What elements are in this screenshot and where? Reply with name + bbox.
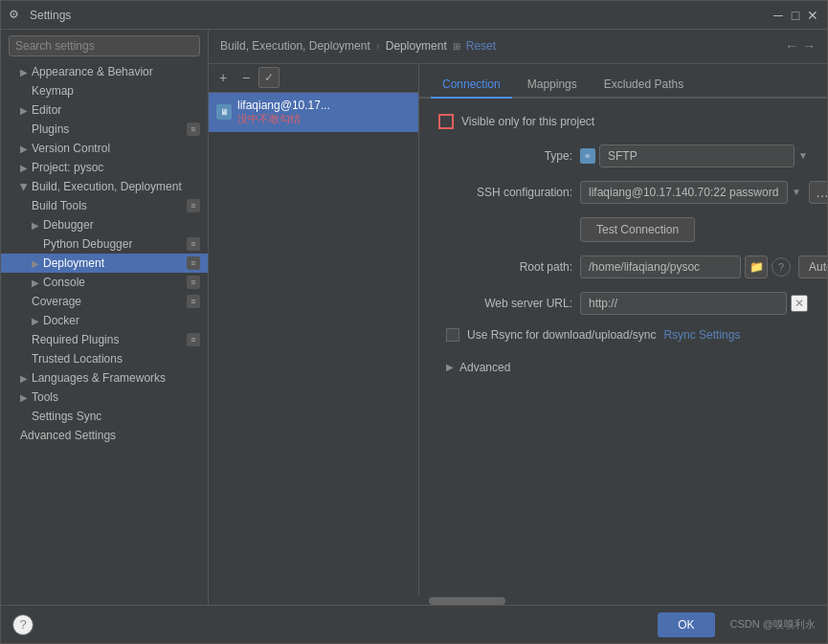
expand-arrow: ▶ — [20, 105, 28, 116]
window-controls: ─ □ ✕ — [772, 9, 819, 22]
sidebar-item-appearance[interactable]: ▶ Appearance & Behavior — [1, 62, 208, 81]
expand-arrow: ▶ — [19, 183, 30, 190]
expand-arrow: ▶ — [20, 67, 28, 78]
rsync-row: Use Rsync for download/upload/sync Rsync… — [438, 328, 808, 342]
rsync-settings-link[interactable]: Rsync Settings — [663, 328, 740, 342]
ssh-select[interactable]: lifaqiang@10.17.140.70:22 password — [580, 181, 788, 204]
sidebar-item-settings-sync[interactable]: Settings Sync — [1, 407, 208, 426]
close-button[interactable]: ✕ — [806, 9, 819, 22]
check-button[interactable]: ✓ — [258, 67, 280, 88]
root-path-row: Root path: 📁 ? Autodetect — [438, 255, 808, 278]
sidebar-item-docker[interactable]: ▶ Docker — [1, 311, 208, 330]
app-icon: ⚙ — [9, 8, 24, 23]
web-url-input[interactable] — [580, 292, 787, 315]
sidebar-item-label: Version Control — [32, 142, 110, 155]
sidebar-item-plugins[interactable]: Plugins ≡ — [1, 120, 208, 139]
sidebar-item-debugger[interactable]: ▶ Debugger — [1, 215, 208, 234]
expand-arrow: ▶ — [32, 316, 39, 326]
sidebar-item-label: Appearance & Behavior — [32, 65, 153, 78]
sidebar-item-label: Deployment — [43, 256, 104, 270]
sidebar-item-deployment[interactable]: ▶ Deployment ≡ — [1, 254, 208, 273]
sidebar-item-required-plugins[interactable]: Required Plugins ≡ — [1, 330, 208, 349]
ok-button[interactable]: OK — [658, 612, 714, 637]
settings-icon: ⊞ — [453, 41, 460, 52]
rsync-checkbox[interactable] — [446, 328, 459, 342]
back-button[interactable]: ← — [785, 38, 798, 54]
advanced-row[interactable]: ▶ Advanced — [438, 355, 808, 380]
tab-connection[interactable]: Connection — [431, 72, 512, 99]
sidebar-item-build-tools[interactable]: Build Tools ≡ — [1, 196, 208, 215]
sidebar-item-label: Plugins — [32, 122, 69, 136]
forward-button[interactable]: → — [802, 38, 816, 54]
sidebar-item-coverage[interactable]: Coverage ≡ — [1, 292, 208, 311]
help-circle-button[interactable]: ? — [12, 614, 34, 635]
config-panel: Connection Mappings Excluded Paths Visib… — [419, 64, 827, 597]
config-content: Visible only for this project Type: ≈ SF… — [419, 99, 827, 597]
autodetect-button[interactable]: Autodetect — [798, 255, 827, 278]
sftp-icon: ≈ — [580, 148, 595, 164]
rsync-label: Use Rsync for download/upload/sync — [467, 328, 656, 342]
sidebar: ▶ Appearance & Behavior Keymap ▶ Editor … — [1, 30, 209, 605]
title-bar: ⚙ Settings ─ □ ✕ — [1, 1, 827, 30]
badge-icon: ≡ — [187, 295, 200, 308]
sidebar-item-project[interactable]: ▶ Project: pysoc — [1, 158, 208, 177]
reset-button[interactable]: Reset — [466, 39, 496, 53]
sidebar-item-console[interactable]: ▶ Console ≡ — [1, 273, 208, 292]
search-input[interactable] — [9, 35, 200, 56]
server-item[interactable]: 🖥 lifaqiang@10.17... 没中不敢勾结 — [209, 93, 418, 132]
visible-checkbox[interactable] — [438, 114, 454, 129]
sidebar-item-python-debugger[interactable]: Python Debugger ≡ — [1, 234, 208, 254]
type-label: Type: — [438, 149, 572, 163]
test-connection-button[interactable]: Test Connection — [580, 217, 695, 242]
badge-icon: ≡ — [187, 333, 200, 346]
main-content: ▶ Appearance & Behavior Keymap ▶ Editor … — [1, 30, 827, 605]
breadcrumb-part1: Build, Execution, Deployment — [220, 39, 370, 53]
root-path-input[interactable] — [580, 255, 741, 278]
web-url-row: Web server URL: ✕ — [438, 292, 808, 315]
ssh-select-arrow-icon: ▼ — [792, 187, 801, 197]
select-arrow-icon: ▼ — [798, 150, 808, 161]
sidebar-item-label: Trusted Locations — [32, 352, 123, 366]
badge-icon: ≡ — [187, 237, 200, 251]
ssh-config-more-button[interactable]: … — [809, 181, 827, 204]
sidebar-item-advanced-settings[interactable]: Advanced Settings — [1, 426, 208, 445]
bottom-bar: ? OK CSDN @嗅嗅利永 — [1, 605, 827, 643]
sidebar-item-version-control[interactable]: ▶ Version Control — [1, 139, 208, 158]
breadcrumb: Build, Execution, Deployment › Deploymen… — [209, 30, 827, 64]
scrollbar-thumb[interactable] — [429, 597, 505, 605]
advanced-arrow-icon: ▶ — [446, 362, 454, 372]
sidebar-item-label: Coverage — [32, 295, 81, 308]
sidebar-item-label: Advanced Settings — [20, 429, 116, 442]
tab-mappings[interactable]: Mappings — [516, 72, 589, 99]
clear-url-button[interactable]: ✕ — [791, 295, 808, 312]
sidebar-item-editor[interactable]: ▶ Editor — [1, 100, 208, 120]
badge-icon: ≡ — [187, 256, 200, 270]
sidebar-item-languages[interactable]: ▶ Languages & Frameworks — [1, 368, 208, 388]
web-url-label: Web server URL: — [438, 297, 572, 310]
type-select[interactable]: SFTP — [599, 144, 794, 167]
tab-excluded-paths[interactable]: Excluded Paths — [593, 72, 695, 99]
folder-browse-button[interactable]: 📁 — [745, 255, 768, 278]
server-toolbar: + − ✓ — [209, 64, 418, 93]
expand-arrow: ▶ — [20, 144, 28, 154]
nav-buttons: ← → — [785, 38, 816, 54]
sidebar-item-label: Build, Execution, Deployment — [32, 180, 182, 193]
sidebar-item-build-execution[interactable]: ▶ Build, Execution, Deployment — [1, 177, 208, 196]
maximize-button[interactable]: □ — [789, 9, 802, 22]
remove-server-button[interactable]: − — [235, 67, 257, 88]
badge-icon: ≡ — [187, 276, 200, 289]
server-info: lifaqiang@10.17... 没中不敢勾结 — [237, 99, 330, 126]
server-list-area: + − ✓ 🖥 lifaqiang@10.17... 没中不敢勾结 — [209, 64, 419, 597]
breadcrumb-part2: Deployment — [386, 39, 447, 53]
advanced-label: Advanced — [459, 361, 510, 374]
sidebar-item-trusted-locations[interactable]: Trusted Locations — [1, 349, 208, 368]
expand-arrow: ▶ — [20, 392, 28, 403]
minimize-button[interactable]: ─ — [772, 9, 785, 22]
sidebar-item-tools[interactable]: ▶ Tools — [1, 388, 208, 407]
help-button[interactable]: ? — [772, 257, 791, 277]
sidebar-item-keymap[interactable]: Keymap — [1, 81, 208, 100]
type-row: Type: ≈ SFTP ▼ — [438, 144, 808, 167]
ssh-select-wrap: lifaqiang@10.17.140.70:22 password ▼ — [580, 181, 801, 204]
add-server-button[interactable]: + — [213, 67, 234, 88]
expand-arrow: ▶ — [20, 373, 28, 384]
